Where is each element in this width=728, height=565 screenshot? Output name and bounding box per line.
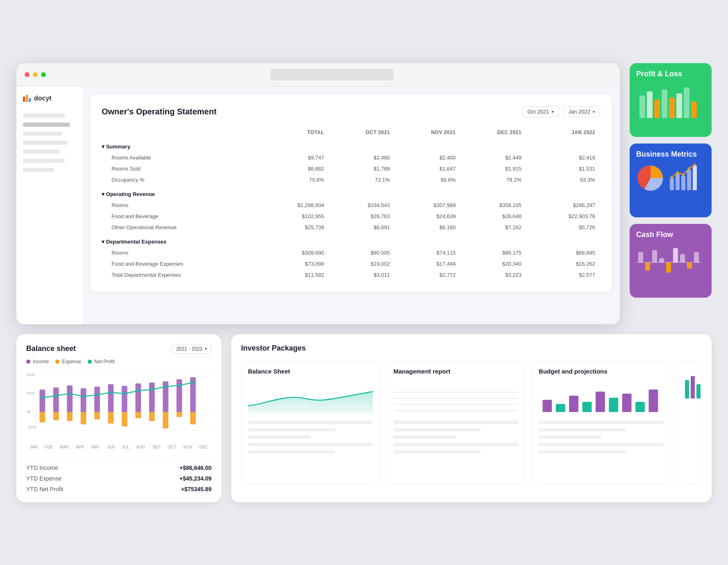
- income-label: Income: [33, 359, 49, 365]
- maximize-button[interactable]: [41, 72, 46, 77]
- month-jun: JUN: [107, 445, 115, 449]
- svg-rect-21: [645, 262, 650, 271]
- svg-point-67: [123, 392, 126, 395]
- package-line: [539, 450, 626, 453]
- svg-point-72: [192, 381, 194, 384]
- net-profit-dot: [88, 360, 92, 364]
- package-line: [394, 435, 456, 439]
- sidebar-item[interactable]: [23, 159, 65, 163]
- svg-rect-52: [81, 412, 86, 424]
- svg-rect-80: [582, 402, 592, 412]
- package-line: [539, 428, 626, 431]
- svg-rect-9: [670, 178, 674, 190]
- svg-point-62: [55, 394, 57, 397]
- expenses-label: Departmental Expenses: [106, 239, 166, 245]
- svg-point-16: [682, 173, 685, 176]
- sidebar-item[interactable]: [23, 132, 62, 136]
- x-axis-labels: JAN FEB MAR APR MAY JUN JUL AUG SEP OCT …: [26, 445, 212, 449]
- table-row: Rooms $309,690 $80,505 $74,115 $86,175 $…: [102, 247, 600, 258]
- management-chart: [394, 381, 519, 414]
- investor-packages-title: Investor Packages: [241, 344, 702, 353]
- svg-rect-39: [67, 385, 73, 412]
- window-controls: [25, 72, 46, 77]
- month-jul: JUL: [122, 445, 130, 449]
- bar-trend-chart: [670, 164, 701, 192]
- logo-icon: [23, 95, 31, 102]
- svg-rect-12: [687, 170, 691, 190]
- svg-rect-56: [135, 412, 141, 418]
- package-line: [248, 443, 373, 446]
- svg-rect-59: [177, 412, 182, 417]
- expense-label: Expense: [62, 359, 81, 365]
- svg-rect-28: [694, 252, 699, 262]
- table-row: Rooms Sold $6,882 $1,789 $1,647 $1,915 $…: [102, 163, 600, 174]
- date-to-selector[interactable]: Jan 2022: [563, 106, 601, 117]
- package-line: [394, 450, 481, 453]
- package-line: [539, 421, 664, 424]
- table-row: Food and Beverage $102,955 $26,763 $24,6…: [102, 211, 600, 222]
- extra-package[interactable]: [677, 361, 702, 484]
- row-total: $9,747: [255, 152, 329, 163]
- balance-sheet-chart: [248, 381, 373, 414]
- svg-rect-27: [687, 262, 692, 269]
- svg-rect-4: [669, 98, 675, 118]
- col-dec: DEC 2021: [461, 127, 526, 138]
- svg-rect-26: [680, 254, 685, 262]
- statement-table: TOTAL OCT 2021 NOV 2021 DEC 2021 JAN 202…: [102, 127, 600, 280]
- svg-point-69: [151, 388, 153, 391]
- lines-chart: [394, 381, 519, 414]
- sidebar-item[interactable]: [23, 114, 65, 118]
- svg-rect-43: [122, 386, 127, 412]
- management-report-package[interactable]: Management report: [387, 361, 526, 484]
- top-section: docyt Owner's Operating Statement: [16, 63, 712, 324]
- balance-sheet-package[interactable]: Balance Sheet: [241, 361, 380, 484]
- svg-rect-79: [569, 396, 579, 412]
- statement-title: Owner's Operating Statement: [102, 107, 216, 116]
- profit-loss-card[interactable]: Profit & Loss: [630, 63, 712, 137]
- svg-rect-20: [638, 252, 643, 262]
- table-row: Other Operational Revenue $25,739 $6,691…: [102, 222, 600, 233]
- svg-text:-$10K: -$10K: [27, 425, 37, 429]
- logo-text: docyt: [34, 95, 52, 102]
- svg-rect-73: [394, 410, 519, 411]
- svg-rect-74: [394, 404, 519, 405]
- date-from-selector[interactable]: Oct 2021: [522, 106, 559, 117]
- sidebar-item[interactable]: [23, 141, 68, 145]
- extra-bars: [684, 368, 702, 401]
- col-label: [102, 127, 255, 138]
- svg-rect-23: [659, 258, 664, 262]
- balance-header: Balance sheet 2021 - 2022: [26, 344, 212, 354]
- sidebar-item[interactable]: [23, 123, 70, 127]
- legend-income: Income: [26, 359, 49, 365]
- investor-packages-card: Investor Packages Balance Sheet: [231, 334, 712, 502]
- svg-rect-13: [693, 166, 697, 190]
- svg-rect-58: [163, 412, 168, 428]
- business-metrics-title: Business Metrics: [636, 150, 705, 159]
- url-bar[interactable]: [271, 69, 394, 80]
- business-metrics-card[interactable]: Business Metrics: [630, 144, 712, 217]
- sidebar-item[interactable]: [23, 168, 55, 172]
- svg-rect-83: [622, 394, 632, 412]
- cash-flow-card[interactable]: Cash Flow: [630, 224, 712, 298]
- statement-card: Owner's Operating Statement Oct 2021 Jan…: [90, 95, 612, 292]
- table-row: Occupancy % 70.6% 72.1% 68.6% 78.2% 63.3…: [102, 174, 600, 185]
- summary-arrow: ▾: [102, 144, 106, 150]
- svg-rect-5: [676, 93, 682, 118]
- svg-point-66: [109, 391, 112, 394]
- bars-chart: [539, 381, 664, 414]
- sidebar-item[interactable]: [23, 150, 60, 154]
- svg-rect-49: [39, 412, 45, 422]
- section-departmental-expenses: ▾ Departmental Expenses: [102, 233, 600, 247]
- year-range-selector[interactable]: 2021 - 2022: [172, 344, 212, 354]
- pie-chart-icon: [636, 164, 665, 192]
- budget-projections-package[interactable]: Budget and projections: [532, 361, 671, 484]
- svg-point-64: [82, 395, 85, 398]
- svg-rect-88: [696, 384, 701, 399]
- minimize-button[interactable]: [33, 72, 38, 77]
- svg-rect-77: [543, 400, 552, 412]
- ytd-income-row: YTD Income +$86,646.00: [26, 465, 212, 471]
- close-button[interactable]: [25, 72, 30, 77]
- app-body: docyt Owner's Operating Statement: [16, 87, 620, 324]
- revenue-arrow: ▾: [102, 191, 106, 197]
- table-row: Total Departmental Expenses $11,582 $3,0…: [102, 269, 600, 280]
